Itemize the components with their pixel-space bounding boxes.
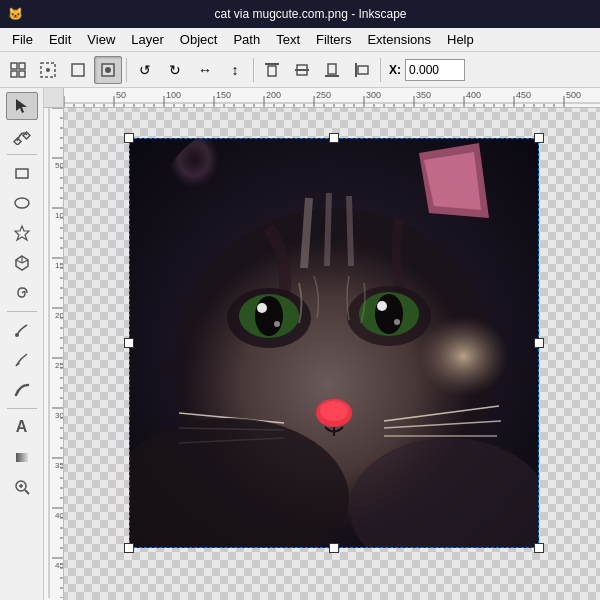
svg-rect-20	[16, 169, 28, 178]
menu-path[interactable]: Path	[225, 30, 268, 49]
rotate-ccw-button[interactable]: ↺	[131, 56, 159, 84]
svg-point-171	[255, 296, 283, 336]
svg-text:400: 400	[466, 90, 481, 100]
menu-layer[interactable]: Layer	[123, 30, 172, 49]
cat-image	[129, 138, 539, 548]
snap-nodes-button[interactable]	[34, 56, 62, 84]
select-tool[interactable]	[6, 92, 38, 120]
menu-view[interactable]: View	[79, 30, 123, 49]
svg-line-31	[25, 490, 29, 494]
handle-bottom-left[interactable]	[124, 543, 134, 553]
svg-text:500: 500	[566, 90, 581, 100]
svg-line-26	[16, 260, 22, 263]
svg-point-174	[377, 301, 387, 311]
handle-bottom-right[interactable]	[534, 543, 544, 553]
svg-line-164	[304, 198, 309, 268]
spiral-tool[interactable]	[6, 279, 38, 307]
flip-vertical-button[interactable]: ↕	[221, 56, 249, 84]
menu-file[interactable]: File	[4, 30, 41, 49]
svg-marker-17	[16, 99, 27, 113]
3d-box-tool[interactable]	[6, 249, 38, 277]
app-icon: 🐱	[8, 7, 23, 21]
svg-rect-6	[72, 64, 84, 76]
align-left-button[interactable]	[348, 56, 376, 84]
svg-text:300: 300	[366, 90, 381, 100]
svg-rect-10	[268, 66, 276, 76]
toolbar-separator-3	[380, 58, 381, 82]
svg-point-172	[375, 294, 403, 334]
x-input[interactable]	[405, 59, 465, 81]
svg-text:150: 150	[216, 90, 231, 100]
svg-text:250: 250	[316, 90, 331, 100]
x-label: X:	[389, 63, 401, 77]
svg-line-165	[327, 193, 329, 266]
gradient-tool[interactable]	[6, 443, 38, 471]
svg-rect-3	[19, 71, 25, 77]
menu-edit[interactable]: Edit	[41, 30, 79, 49]
svg-rect-16	[358, 66, 368, 74]
align-middle-button[interactable]	[288, 56, 316, 84]
svg-text:200: 200	[266, 90, 281, 100]
svg-text:450: 450	[516, 90, 531, 100]
x-coordinate-field: X:	[389, 59, 465, 81]
handle-right-middle[interactable]	[534, 338, 544, 348]
tool-separator-1	[7, 154, 37, 155]
handle-top-right[interactable]	[534, 133, 544, 143]
svg-marker-22	[15, 226, 29, 240]
svg-line-25	[22, 260, 28, 263]
calligraphy-tool[interactable]	[6, 376, 38, 404]
svg-point-21	[15, 198, 29, 208]
svg-rect-0	[11, 63, 17, 69]
toolbar-separator-2	[253, 58, 254, 82]
star-tool[interactable]	[6, 219, 38, 247]
handle-top-middle[interactable]	[329, 133, 339, 143]
canvas-area[interactable]: // Will be drawn via JS below 5010015020…	[44, 88, 600, 600]
ellipse-tool[interactable]	[6, 189, 38, 217]
main-area: A // Will be drawn via JS below 50100150…	[0, 88, 600, 600]
snap-active-button[interactable]	[94, 56, 122, 84]
menu-object[interactable]: Object	[172, 30, 226, 49]
handle-bottom-middle[interactable]	[329, 543, 339, 553]
canvas-viewport[interactable]	[64, 108, 600, 600]
tool-separator-2	[7, 311, 37, 312]
node-tool[interactable]	[6, 122, 38, 150]
pencil-tool[interactable]	[6, 316, 38, 344]
align-top-button[interactable]	[258, 56, 286, 84]
menu-bar: File Edit View Layer Object Path Text Fi…	[0, 28, 600, 52]
title-bar: 🐱 cat via mugcute.com.png - Inkscape	[0, 0, 600, 28]
image-container[interactable]	[129, 138, 539, 548]
ruler-top: // Will be drawn via JS below 5010015020…	[64, 88, 600, 108]
svg-point-176	[394, 319, 400, 325]
svg-point-173	[257, 303, 267, 313]
svg-point-5	[46, 68, 50, 72]
ruler-left: 50100150200250300350400450500	[44, 108, 64, 600]
svg-rect-1	[19, 63, 25, 69]
svg-point-178	[320, 401, 348, 421]
menu-text[interactable]: Text	[268, 30, 308, 49]
svg-point-27	[15, 333, 19, 337]
svg-line-166	[349, 196, 351, 266]
svg-rect-2	[11, 71, 17, 77]
snap-bbox-button[interactable]	[64, 56, 92, 84]
tool-separator-3	[7, 408, 37, 409]
zoom-tool[interactable]	[6, 473, 38, 501]
top-toolbar: ↺ ↻ ↔ ↕ X:	[0, 52, 600, 88]
rect-tool[interactable]	[6, 159, 38, 187]
svg-text:50: 50	[116, 90, 126, 100]
svg-rect-29	[16, 453, 28, 462]
pen-tool[interactable]	[6, 346, 38, 374]
snap-grid-button[interactable]	[4, 56, 32, 84]
flip-horizontal-button[interactable]: ↔	[191, 56, 219, 84]
svg-rect-18	[13, 138, 20, 145]
align-bottom-button[interactable]	[318, 56, 346, 84]
window-title: cat via mugcute.com.png - Inkscape	[29, 7, 592, 21]
left-toolbar: A	[0, 88, 44, 600]
text-tool[interactable]: A	[6, 413, 38, 441]
handle-left-middle[interactable]	[124, 338, 134, 348]
menu-filters[interactable]: Filters	[308, 30, 359, 49]
menu-help[interactable]: Help	[439, 30, 482, 49]
menu-extensions[interactable]: Extensions	[359, 30, 439, 49]
handle-top-left[interactable]	[124, 133, 134, 143]
svg-point-175	[274, 321, 280, 327]
rotate-cw-button[interactable]: ↻	[161, 56, 189, 84]
